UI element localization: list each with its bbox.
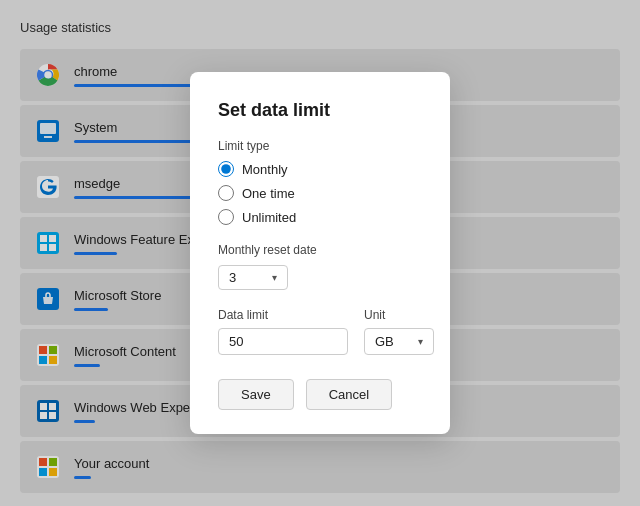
radio-monthly[interactable]: Monthly [218,161,422,177]
data-limit-col: Data limit [218,308,348,355]
unit-value: GB [375,334,394,349]
limit-type-radio-group: Monthly One time Unlimited [218,161,422,225]
data-limit-row: Data limit Unit GB ▾ [218,308,422,355]
radio-onetime[interactable]: One time [218,185,422,201]
radio-onetime-input[interactable] [218,185,234,201]
unit-chevron: ▾ [418,336,423,347]
unit-col: Unit GB ▾ [364,308,434,355]
data-limit-label: Data limit [218,308,348,322]
reset-date-chevron: ▾ [272,272,277,283]
radio-unlimited[interactable]: Unlimited [218,209,422,225]
modal-overlay: Set data limit Limit type Monthly One ti… [0,0,640,506]
radio-onetime-label: One time [242,186,295,201]
reset-date-dropdown[interactable]: 3 ▾ [218,265,288,290]
unit-dropdown[interactable]: GB ▾ [364,328,434,355]
modal-title: Set data limit [218,100,422,121]
button-row: Save Cancel [218,379,422,410]
radio-monthly-input[interactable] [218,161,234,177]
unit-label: Unit [364,308,434,322]
radio-unlimited-input[interactable] [218,209,234,225]
radio-monthly-label: Monthly [242,162,288,177]
save-button[interactable]: Save [218,379,294,410]
data-limit-input[interactable] [218,328,348,355]
reset-date-label: Monthly reset date [218,243,422,257]
limit-type-label: Limit type [218,139,422,153]
reset-date-value: 3 [229,270,236,285]
radio-unlimited-label: Unlimited [242,210,296,225]
cancel-button[interactable]: Cancel [306,379,392,410]
set-data-limit-dialog: Set data limit Limit type Monthly One ti… [190,72,450,434]
